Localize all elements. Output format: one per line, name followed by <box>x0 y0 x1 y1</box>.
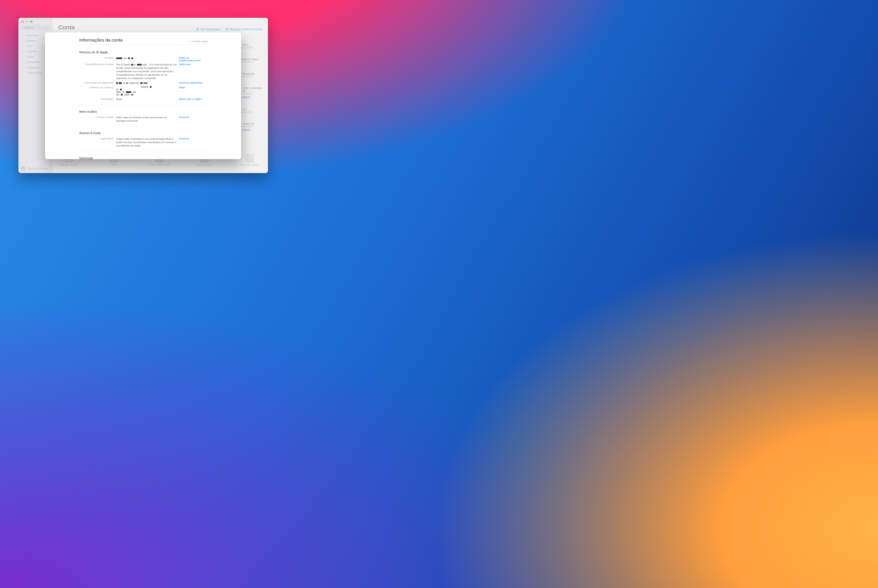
search-icon <box>22 26 24 29</box>
svg-rect-7 <box>22 68 23 69</box>
edit-billing-link[interactable]: Editar <box>179 86 185 88</box>
sidebar-item-label: Crie <box>27 45 32 48</box>
list-item[interactable]: …ler 4ago. de 2020 <box>241 44 264 49</box>
svg-line-1 <box>23 28 24 28</box>
row-apple-id: ID Apple: Editar em appleid.apple.com/br <box>79 57 208 62</box>
account-info-modal: Informações da conta Conexão segura Resu… <box>45 32 241 159</box>
sidebar-item-label: Arcade <box>27 39 35 42</box>
page-title: Conta <box>58 24 75 31</box>
sidebar-item-label: Jogue <box>27 55 34 58</box>
svg-rect-8 <box>24 68 24 69</box>
lock-icon <box>189 40 191 42</box>
fullscreen-window-icon[interactable] <box>30 20 33 23</box>
view-info-link[interactable]: Ver Informações <box>196 28 221 31</box>
search-input[interactable] <box>25 26 49 29</box>
edit-apple-id-link[interactable]: Editar em appleid.apple.com/br <box>179 57 201 62</box>
grid-icon <box>22 66 25 69</box>
section-title: Itens ocultos <box>79 110 208 113</box>
secure-connection-badge: Conexão segura <box>189 40 208 43</box>
svg-rect-13 <box>190 41 191 42</box>
list-item[interactable]: …eries: a package …erfev. de 2019ABRIR <box>241 87 264 99</box>
row-hidden-purchases: Compras ocultas: Exibir todas as compras… <box>79 116 208 123</box>
account-name: Eduardo Marques <box>27 167 48 170</box>
gift-card-icon <box>225 28 229 31</box>
country-value: Brasil <box>116 98 179 101</box>
section-title: Gerenciar <box>79 156 208 159</box>
sidebar-item-label: Atualizações <box>27 71 42 74</box>
close-window-icon[interactable] <box>21 20 24 23</box>
briefcase-icon <box>22 50 25 53</box>
hammer-icon <box>22 61 25 64</box>
sidebar-item-label: Trabalhe <box>27 50 37 53</box>
list-item[interactable]: …mator Pronov. de 2017ABRIR <box>241 122 264 132</box>
search-field[interactable] <box>21 25 50 30</box>
list-item[interactable]: Mode for Safariabr. de 2020 <box>241 58 264 63</box>
family-sharing-value: Seu ID Apple, , é a conta principal de s… <box>116 63 179 80</box>
account-footer[interactable]: Eduardo Marques <box>18 165 53 173</box>
row-country: País/Região: Brasil Alterar país ou regi… <box>79 98 208 101</box>
svg-rect-12 <box>227 28 227 30</box>
apple-id-value-redacted <box>116 57 179 62</box>
svg-rect-4 <box>23 51 24 51</box>
manage-music-link[interactable]: Gerenciar <box>179 137 189 140</box>
section-title: Acesso à conta <box>79 131 208 135</box>
svg-point-10 <box>197 28 198 29</box>
modal-title: Informações da conta <box>79 38 123 43</box>
minimize-window-icon[interactable] <box>26 20 28 23</box>
section-title: Resumo do ID Apple <box>79 51 208 54</box>
avatar <box>21 166 26 171</box>
right-app-list: …ler 4ago. de 2020 Mode for Safariabr. d… <box>241 44 264 141</box>
person-circle-icon <box>196 28 199 31</box>
arcade-icon <box>22 39 25 42</box>
sidebar-item-label: Desenvolva <box>27 61 41 64</box>
svg-point-0 <box>22 27 24 28</box>
row-family-sharing: Compartilhamento Familiar: Seu ID Apple,… <box>79 63 208 80</box>
open-button[interactable]: ABRIR <box>241 129 251 132</box>
row-payment-info: Informações de pagamento: Gerenciar paga… <box>79 81 208 85</box>
brush-icon <box>22 45 25 48</box>
svg-rect-6 <box>24 66 24 67</box>
manage-payments-link[interactable]: Gerenciar pagamentos <box>179 81 203 84</box>
manage-hidden-link[interactable]: Gerenciar <box>179 116 189 118</box>
list-item[interactable]: Playgroundsmar. de 2020 <box>241 72 264 78</box>
download-icon <box>22 71 25 74</box>
svg-rect-2 <box>22 40 24 42</box>
row-billing-address: Endereço de cobrança: Editar <box>79 86 208 96</box>
star-icon <box>22 34 25 37</box>
row-apple-music: Apple Music: 3 apps estão conectados à s… <box>79 137 208 148</box>
billing-address-redacted <box>116 86 179 96</box>
family-learnmore-link[interactable]: Saiba mais <box>179 63 191 66</box>
svg-rect-5 <box>22 66 23 67</box>
list-item[interactable]: …e 7mar. de 2018 <box>241 108 264 113</box>
change-country-link[interactable]: Alterar país ou região <box>179 98 201 100</box>
redeem-gift-link[interactable]: Resgatar Cartão-Presente <box>225 28 262 31</box>
open-button[interactable]: ABRIR <box>241 96 251 99</box>
sidebar-item-label: Descubra <box>27 34 38 37</box>
app-tile[interactable]: WhatsApp Desktop <box>238 154 262 173</box>
window-controls[interactable] <box>18 19 53 25</box>
header-actions: Ver Informações Resgatar Cartão-Presente <box>196 28 262 31</box>
rocket-icon <box>22 55 25 58</box>
payment-info-redacted <box>116 81 179 85</box>
content-header: Conta Ver Informações Resgatar Cartão-Pr… <box>53 18 268 31</box>
app-icon <box>245 154 254 163</box>
sidebar-item-label: Categorias <box>27 66 39 69</box>
svg-rect-3 <box>22 51 24 52</box>
